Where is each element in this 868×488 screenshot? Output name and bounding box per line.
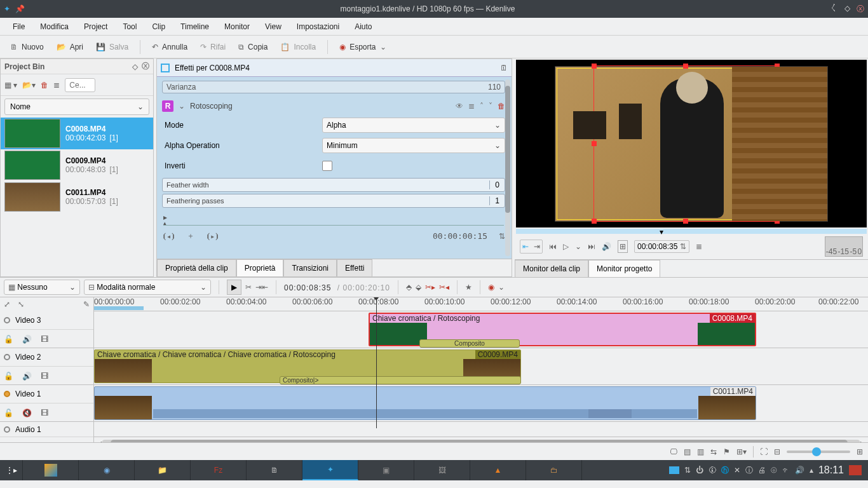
monitor-timecode[interactable]: 00:00:08:35⇅ <box>634 240 689 253</box>
close-panel-icon[interactable]: ⓧ <box>142 61 149 72</box>
monitor-menu-icon[interactable]: ≣ <box>696 242 702 251</box>
taskbar-app[interactable]: 📁 <box>135 460 191 480</box>
taskbar-app[interactable]: ◉ <box>79 460 135 480</box>
add-clip-icon[interactable]: 📂▾ <box>22 81 36 90</box>
timeline-clip[interactable]: C0011.MP4 <box>94 386 756 420</box>
undo-button[interactable]: ↶Annulla <box>147 40 193 54</box>
menu-monitor[interactable]: Monitor <box>217 22 257 31</box>
search-input[interactable] <box>65 78 95 92</box>
tray-icon[interactable]: ⏻ <box>696 466 703 475</box>
tab-properties[interactable]: Proprietà <box>236 259 284 276</box>
insert-icon[interactable]: ✂◂ <box>439 283 449 292</box>
tray-icon[interactable]: ✕ <box>734 466 740 475</box>
taskbar-app[interactable] <box>23 460 79 480</box>
status-icon[interactable]: ▤ <box>684 447 691 456</box>
prev-effect-field[interactable]: Varianza110 <box>162 81 505 93</box>
status-icon[interactable]: ⇆ <box>710 447 717 456</box>
hide-icon[interactable]: 🎞 <box>41 372 48 381</box>
grid-icon[interactable]: ⊞ <box>618 240 628 253</box>
timeline-zone[interactable] <box>94 306 144 310</box>
snap2-icon[interactable]: ⬙ <box>416 283 421 292</box>
status-icon[interactable]: ⊞▾ <box>736 447 747 456</box>
mode-select[interactable]: Alpha⌄ <box>322 118 505 133</box>
menu-view[interactable]: View <box>257 22 289 31</box>
hide-icon[interactable]: 🎞 <box>41 335 48 344</box>
menu-file[interactable]: File <box>5 22 32 31</box>
track-toggle[interactable] <box>4 317 10 323</box>
timeline-scrollbar[interactable]: ◂▸ <box>94 437 868 442</box>
overwrite-icon[interactable]: ✂▸ <box>425 283 435 292</box>
feather-passes-field[interactable]: Feathering passes1 <box>162 194 505 208</box>
taskbar-app[interactable]: ▲ <box>470 460 526 480</box>
bin-column-header[interactable]: Nome⌄ <box>4 98 149 115</box>
menu-timeline[interactable]: Timeline <box>173 22 217 31</box>
move-up-icon[interactable]: ˄ <box>480 102 484 111</box>
track-tool-icon[interactable]: ⤡ <box>18 300 24 309</box>
zoom-slider[interactable] <box>787 451 850 453</box>
minimize-button[interactable]: 〱 <box>831 4 838 15</box>
taskbar-app[interactable]: Fz <box>191 460 247 480</box>
menu-edit[interactable]: Modifica <box>32 22 76 31</box>
paste-button[interactable]: 📋Incolla <box>275 40 321 54</box>
tray-expand-icon[interactable]: ▴ <box>810 466 813 475</box>
next-keyframe-icon[interactable]: ⦗▸⦘ <box>206 232 219 241</box>
taskbar-app[interactable]: 🗀 <box>526 460 582 480</box>
mute-icon[interactable]: 🔇 <box>22 409 32 417</box>
tray-icon[interactable]: ⓗ <box>721 465 729 476</box>
tab-effects[interactable]: Effetti <box>337 259 372 276</box>
menu-help[interactable]: Aiuto <box>347 22 379 31</box>
play-timeline-icon[interactable]: ▶ <box>227 280 241 295</box>
save-stack-icon[interactable]: 🗓 <box>500 64 508 72</box>
maximize-button[interactable]: ◇ <box>844 4 850 15</box>
track-tool-icon[interactable]: ✎ <box>83 300 90 309</box>
tray-icon[interactable] <box>669 466 679 474</box>
menu-project[interactable]: Project <box>76 22 115 31</box>
status-icon[interactable]: ⚑ <box>723 447 730 456</box>
snap-icon[interactable]: ⬘ <box>406 283 412 292</box>
keyframe-ruler[interactable]: ▸ ▴ <box>163 212 504 226</box>
redo-button[interactable]: ↷Rifai <box>195 40 231 54</box>
tab-transitions[interactable]: Transizioni <box>283 259 337 276</box>
zoom-fit-icon[interactable]: ⛶ <box>760 447 768 456</box>
invert-checkbox[interactable] <box>322 161 332 171</box>
tray-icon[interactable] <box>849 465 862 475</box>
tray-icon[interactable]: ⇅ <box>684 466 691 475</box>
menu-icon[interactable]: ≣ <box>468 102 475 111</box>
rewind-icon[interactable]: ⏮ <box>549 242 557 251</box>
compositing-select[interactable]: ▦ Nessuno⌄ <box>4 280 80 295</box>
effects-scrollbar[interactable] <box>505 79 510 256</box>
taskbar-app[interactable]: ▣ <box>358 460 414 480</box>
menu-settings[interactable]: Impostazioni <box>289 22 347 31</box>
menu-tool[interactable]: Tool <box>115 22 144 31</box>
list-icon[interactable]: ≣ <box>53 81 60 90</box>
zone-in-icon[interactable]: ⇤ <box>522 242 529 251</box>
delete-clip-icon[interactable]: 🗑 <box>41 81 48 90</box>
status-icon[interactable]: 🖵 <box>670 447 677 456</box>
app-launcher[interactable]: ⋮▸ <box>0 460 23 480</box>
tray-icon[interactable]: 🖨 <box>758 466 766 475</box>
record-icon[interactable]: ◉ <box>488 283 494 292</box>
zoom-out-icon[interactable]: ⊟ <box>774 447 780 456</box>
clip-item[interactable]: C0008.MP4 00:00:42:03 [1] <box>1 118 153 149</box>
collapse-icon[interactable]: ⌄ <box>179 102 185 111</box>
zoom-in-icon[interactable]: ⊞ <box>857 447 863 456</box>
taskbar-clock[interactable]: 18:11 <box>818 464 844 476</box>
move-down-icon[interactable]: ˅ <box>489 102 492 111</box>
pin-icon[interactable]: 📌 <box>15 4 25 13</box>
clip-item[interactable]: C0009.MP4 00:00:48:03 [1] <box>1 149 153 181</box>
tray-icon[interactable]: ⦾ <box>771 466 777 475</box>
track-v1[interactable]: C0011.MP4 <box>94 385 868 422</box>
tray-icon[interactable]: ᯤ <box>782 466 790 475</box>
lock-icon[interactable]: 🔓 <box>4 335 13 344</box>
alpha-select[interactable]: Minimum⌄ <box>322 138 505 153</box>
composite-transition[interactable]: Composito <box>419 339 520 348</box>
track-v2[interactable]: Chiave cromatica / Chiave cromatica / Ch… <box>94 348 868 385</box>
hide-icon[interactable]: 🎞 <box>41 409 48 417</box>
new-button[interactable]: 🗎Nuovo <box>5 40 49 54</box>
tray-icon[interactable]: 🛈 <box>709 466 716 475</box>
status-icon[interactable]: ▥ <box>697 447 704 456</box>
close-button[interactable]: ⓧ <box>857 4 864 15</box>
add-keyframe-icon[interactable]: ＋ <box>187 231 194 241</box>
save-button[interactable]: 💾Salva <box>91 40 133 54</box>
monitor-viewport[interactable] <box>516 60 867 227</box>
